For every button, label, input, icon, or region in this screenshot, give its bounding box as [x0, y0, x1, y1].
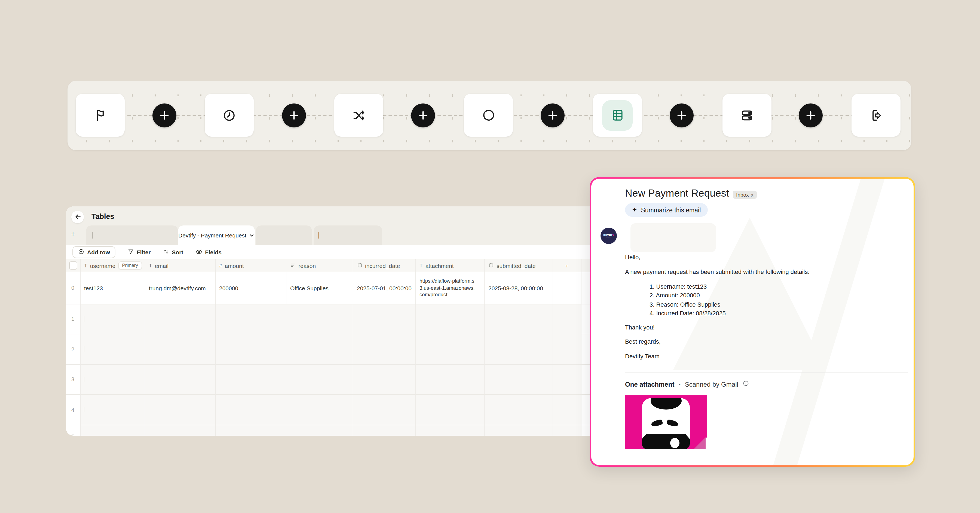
cell-empty[interactable]: [553, 425, 581, 436]
selected-node-highlight: [602, 100, 633, 131]
cell-empty[interactable]: [353, 304, 416, 334]
cell-empty[interactable]: [353, 365, 416, 394]
add-node-button[interactable]: [541, 104, 565, 127]
add-node-button[interactable]: [153, 104, 177, 127]
table-row-empty[interactable]: 4: [66, 395, 591, 425]
checkbox-icon[interactable]: [69, 261, 77, 269]
cell-username[interactable]: [80, 395, 145, 424]
cell-username[interactable]: test123: [80, 272, 145, 304]
column-header-username[interactable]: T username Primary: [80, 259, 145, 272]
back-button[interactable]: [71, 211, 84, 223]
column-label: incurred_date: [365, 262, 400, 269]
cell-empty[interactable]: [286, 304, 353, 334]
avatar-logo-subtext: software: [606, 237, 611, 239]
cell-username[interactable]: [80, 335, 145, 364]
cell-empty[interactable]: [286, 335, 353, 364]
cell-empty[interactable]: [416, 335, 485, 364]
sort-button[interactable]: Sort: [162, 249, 183, 256]
column-header-incurred-date[interactable]: incurred_date: [353, 259, 416, 272]
select-all-cell[interactable]: [66, 259, 80, 272]
workflow-node-export[interactable]: [851, 94, 900, 137]
add-column-button[interactable]: +: [553, 259, 581, 272]
cell-empty[interactable]: [286, 365, 353, 394]
column-header-email[interactable]: T email: [145, 259, 215, 272]
add-table-tab-button[interactable]: +: [71, 230, 75, 237]
cell-submitted-date[interactable]: 2025-08-28, 00:00:00: [485, 272, 553, 304]
workflow-node-schedule[interactable]: [205, 94, 254, 137]
cell-empty[interactable]: [553, 304, 581, 334]
table-tab[interactable]: [86, 225, 178, 245]
table-row-empty[interactable]: 1: [66, 304, 591, 335]
table-tab[interactable]: [256, 225, 312, 245]
email-subject: New Payment Request: [625, 187, 729, 199]
cell-empty[interactable]: [485, 304, 553, 334]
column-label: reason: [298, 262, 316, 269]
table-tab[interactable]: [313, 225, 382, 245]
cell-empty[interactable]: [416, 395, 485, 424]
table-row-empty[interactable]: 2: [66, 335, 591, 365]
cell-empty[interactable]: [145, 365, 215, 394]
attachment-thumbnail[interactable]: [625, 395, 707, 449]
cell-empty[interactable]: [215, 425, 286, 436]
workflow-node-router[interactable]: [334, 94, 383, 137]
cell-username[interactable]: [80, 365, 145, 394]
sort-icon: [162, 249, 169, 256]
table-row-partial[interactable]: 5: [66, 425, 591, 436]
cell-empty[interactable]: [485, 335, 553, 364]
cell-empty[interactable]: [215, 335, 286, 364]
summarize-email-button[interactable]: ✦ Summarize this email: [625, 203, 708, 217]
cell-empty[interactable]: [485, 395, 553, 424]
cell-empty[interactable]: [145, 425, 215, 436]
add-row-button[interactable]: Add row: [72, 246, 115, 258]
filter-button[interactable]: Filter: [127, 249, 151, 256]
table-row[interactable]: 0 test123 trung.dm@devtify.com 200000 Of…: [66, 272, 591, 304]
column-header-amount[interactable]: # amount: [215, 259, 286, 272]
cell-empty[interactable]: [286, 425, 353, 436]
cell-empty[interactable]: [553, 365, 581, 394]
cell-empty[interactable]: [80, 425, 145, 436]
cell-empty[interactable]: [215, 395, 286, 424]
cell-empty[interactable]: [485, 365, 553, 394]
workflow-node-database[interactable]: [722, 94, 772, 137]
add-node-button[interactable]: [670, 104, 694, 127]
add-node-button[interactable]: [799, 104, 822, 127]
workflow-node-trigger[interactable]: [76, 94, 125, 137]
workflow-node-table-selected[interactable]: [593, 94, 642, 137]
cell-reason[interactable]: Office Supplies: [286, 272, 353, 304]
cell-attachment[interactable]: https://diaflow-platform.s3.us-east-1.am…: [416, 272, 485, 304]
mascot-left-eye: [651, 419, 663, 427]
cell-empty[interactable]: [485, 425, 553, 436]
cell-empty[interactable]: [553, 395, 581, 424]
remove-label-icon[interactable]: x: [751, 192, 754, 198]
table-tab-active[interactable]: Devtify - Payment Request: [178, 225, 255, 245]
cell-empty[interactable]: [145, 395, 215, 424]
cell-empty[interactable]: [215, 365, 286, 394]
add-node-button[interactable]: [282, 104, 306, 127]
cell-amount[interactable]: 200000: [215, 272, 286, 304]
cell-empty[interactable]: [353, 395, 416, 424]
cell-empty[interactable]: [215, 304, 286, 334]
cell-email[interactable]: trung.dm@devtify.com: [145, 272, 215, 304]
cell-empty[interactable]: [416, 425, 485, 436]
cell-empty[interactable]: [416, 304, 485, 334]
workflow-node-openai[interactable]: [464, 94, 513, 137]
info-icon[interactable]: [743, 380, 749, 388]
column-header-reason[interactable]: reason: [286, 259, 353, 272]
cell-extra[interactable]: [553, 272, 581, 304]
add-node-button[interactable]: [411, 104, 435, 127]
cell-empty[interactable]: [145, 335, 215, 364]
cell-empty[interactable]: [286, 395, 353, 424]
cell-empty[interactable]: [353, 425, 416, 436]
cell-empty[interactable]: [353, 335, 416, 364]
cell-empty[interactable]: [553, 335, 581, 364]
cell-empty[interactable]: [145, 304, 215, 334]
cell-username[interactable]: [80, 304, 145, 334]
table-row-empty[interactable]: 3: [66, 365, 591, 395]
cell-incurred-date[interactable]: 2025-07-01, 00:00:00: [353, 272, 416, 304]
sort-label: Sort: [172, 249, 183, 255]
column-header-submitted-date[interactable]: submitted_date: [485, 259, 553, 272]
inbox-label-chip[interactable]: Inbox x: [733, 191, 757, 199]
column-header-attachment[interactable]: T attachment: [416, 259, 485, 272]
cell-empty[interactable]: [416, 365, 485, 394]
fields-button[interactable]: Fields: [195, 248, 221, 256]
